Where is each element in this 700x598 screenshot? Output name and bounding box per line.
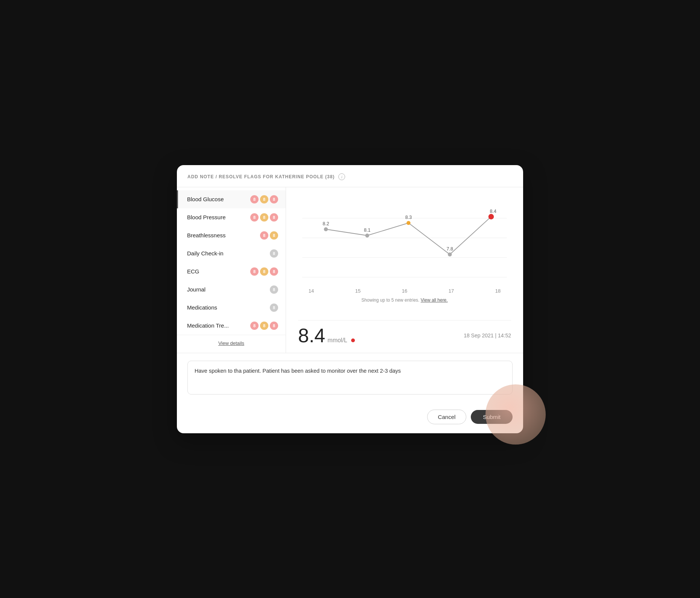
chart-container: 8.2 8.1 8.3 7.8 8.4 (298, 199, 511, 313)
badge: 8 (260, 231, 268, 240)
badge: 8 (270, 231, 278, 240)
sidebar-item-label: Breathlessness (187, 232, 226, 238)
line-chart: 8.2 8.1 8.3 7.8 8.4 (298, 199, 511, 285)
badge: 8 (260, 267, 268, 276)
badge: 8 (250, 267, 259, 276)
chart-x-labels: 14 15 16 17 18 (298, 288, 511, 294)
sidebar-item-breathlessness[interactable]: Breathlessness88 (177, 226, 286, 244)
badge: 8 (250, 195, 259, 203)
sidebar-item-label: Medication Tre... (187, 322, 229, 329)
modal-header: ADD NOTE / RESOLVE FLAGS FOR KATHERINE P… (177, 165, 523, 187)
modal: ADD NOTE / RESOLVE FLAGS FOR KATHERINE P… (177, 165, 523, 433)
sidebar-item-label: Daily Check-in (187, 250, 224, 257)
current-value-row: 8.4 mmol/L 18 Sep 2021 | 14:52 (298, 320, 511, 345)
svg-text:8.3: 8.3 (405, 215, 412, 220)
badge: 8 (270, 249, 278, 258)
badge: 8 (260, 195, 268, 203)
sidebar-item-label: Journal (187, 286, 205, 293)
note-section (177, 353, 523, 404)
chart-point-18 (488, 214, 494, 219)
current-value-unit: mmol/L (327, 337, 347, 344)
chart-label-16: 16 (395, 288, 414, 294)
badge: 8 (270, 195, 278, 203)
modal-body: Blood Glucose888Blood Pressure888Breathl… (177, 187, 523, 353)
current-value-date: 18 Sep 2021 | 14:52 (464, 332, 511, 338)
svg-text:8.1: 8.1 (364, 227, 370, 232)
sidebar-item-medications[interactable]: Medications8 (177, 299, 286, 317)
modal-title: ADD NOTE / RESOLVE FLAGS FOR KATHERINE P… (187, 174, 335, 179)
chart-area: 8.2 8.1 8.3 7.8 8.4 (286, 187, 523, 353)
sidebar-item-badges: 88 (260, 231, 278, 240)
badge: 8 (250, 322, 259, 330)
chart-point-14 (324, 227, 328, 231)
cancel-button[interactable]: Cancel (427, 410, 467, 424)
badge: 8 (270, 304, 278, 312)
sidebar-item-ecg[interactable]: ECG888 (177, 263, 286, 281)
view-details-link[interactable]: View details (177, 335, 286, 351)
view-all-link[interactable]: View all here. (421, 297, 448, 303)
svg-text:8.4: 8.4 (490, 208, 496, 214)
current-value-number: 8.4 (298, 326, 325, 345)
sidebar-item-badges: 8 (270, 249, 278, 258)
badge: 8 (270, 213, 278, 222)
chart-point-17 (448, 252, 452, 256)
chart-label-15: 15 (348, 288, 367, 294)
badge: 8 (260, 213, 268, 222)
submit-button[interactable]: Submit (471, 410, 513, 424)
sidebar-item-blood-glucose[interactable]: Blood Glucose888 (177, 190, 286, 208)
sidebar: Blood Glucose888Blood Pressure888Breathl… (177, 187, 286, 353)
chart-label-18: 18 (488, 288, 507, 294)
sidebar-item-label: ECG (187, 268, 199, 275)
sidebar-item-label: Blood Glucose (187, 196, 224, 202)
sidebar-item-badges: 888 (250, 195, 278, 203)
sidebar-item-badges: 888 (250, 322, 278, 330)
modal-footer: Cancel Submit (177, 404, 523, 433)
svg-text:7.8: 7.8 (447, 246, 453, 252)
chart-point-15 (365, 234, 369, 237)
badge: 8 (260, 322, 268, 330)
sidebar-item-badges: 8 (270, 304, 278, 312)
current-value-indicator (351, 338, 355, 342)
chart-showing-text: Showing up to 5 new entries. View all he… (298, 297, 511, 303)
chart-point-16 (406, 221, 410, 225)
sidebar-item-blood-pressure[interactable]: Blood Pressure888 (177, 208, 286, 226)
current-value-left: 8.4 mmol/L (298, 326, 355, 345)
badge: 8 (270, 322, 278, 330)
sidebar-item-daily-check-in[interactable]: Daily Check-in8 (177, 244, 286, 263)
sidebar-item-badges: 8 (270, 285, 278, 294)
svg-text:8.2: 8.2 (323, 221, 329, 226)
sidebar-item-badges: 888 (250, 267, 278, 276)
info-icon[interactable]: i (338, 173, 345, 180)
badge: 8 (270, 267, 278, 276)
sidebar-item-medication-tre[interactable]: Medication Tre...888 (177, 317, 286, 335)
note-textarea[interactable] (187, 361, 513, 395)
chart-label-14: 14 (302, 288, 321, 294)
chart-label-17: 17 (442, 288, 461, 294)
badge: 8 (270, 285, 278, 294)
badge: 8 (250, 213, 259, 222)
sidebar-item-journal[interactable]: Journal8 (177, 281, 286, 299)
sidebar-item-label: Medications (187, 304, 217, 311)
sidebar-item-badges: 888 (250, 213, 278, 222)
sidebar-item-label: Blood Pressure (187, 214, 226, 220)
